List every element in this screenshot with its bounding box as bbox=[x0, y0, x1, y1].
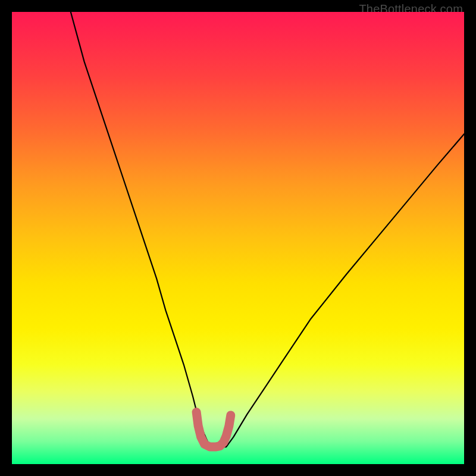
chart-frame: TheBottleneck.com bbox=[0, 0, 476, 476]
tolerance-band bbox=[196, 412, 231, 447]
bottleneck-curve bbox=[71, 12, 464, 447]
plot-area bbox=[12, 12, 464, 464]
curve-layer bbox=[12, 12, 464, 464]
